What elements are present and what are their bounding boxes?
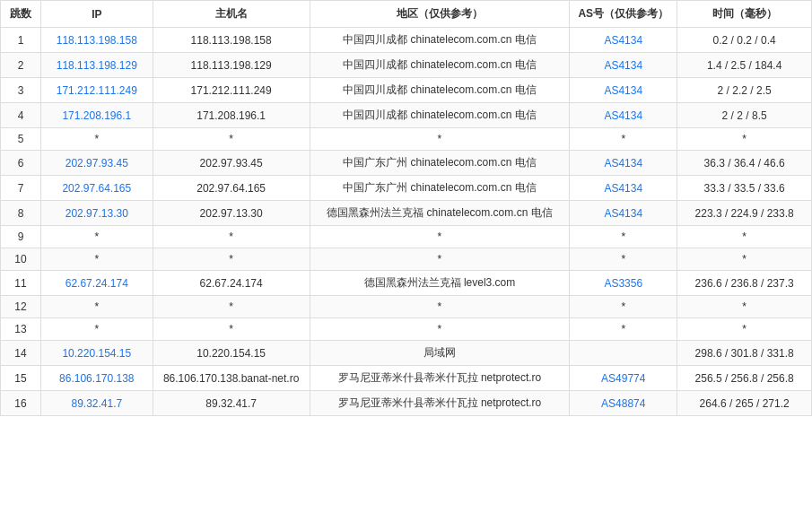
ip-link[interactable]: 171.212.111.249 <box>57 84 137 97</box>
cell-as: * <box>570 128 677 151</box>
cell-as <box>570 341 677 366</box>
table-header-row: 跳数 IP 主机名 地区（仅供参考） AS号（仅供参考） 时间（毫秒） <box>1 1 812 28</box>
cell-as[interactable]: AS4134 <box>570 151 677 176</box>
cell-ip[interactable]: 171.208.196.1 <box>40 103 153 128</box>
cell-ip[interactable]: 171.212.111.249 <box>40 78 153 103</box>
cell-as[interactable]: AS3356 <box>570 271 677 296</box>
as-link[interactable]: AS4134 <box>604 34 642 47</box>
cell-region: 局域网 <box>310 341 570 366</box>
cell-ip[interactable]: 86.106.170.138 <box>40 366 153 391</box>
traceroute-table: 跳数 IP 主机名 地区（仅供参考） AS号（仅供参考） 时间（毫秒） 1118… <box>0 0 812 416</box>
as-link[interactable]: AS3356 <box>604 277 642 290</box>
cell-ip[interactable]: 202.97.64.165 <box>40 176 153 201</box>
ip-link[interactable]: 10.220.154.15 <box>62 347 131 360</box>
ip-link[interactable]: 171.208.196.1 <box>62 109 131 122</box>
cell-time: 33.3 / 33.5 / 33.6 <box>677 176 812 201</box>
col-header-as: AS号（仅供参考） <box>570 1 677 28</box>
ip-link[interactable]: 89.32.41.7 <box>71 397 122 410</box>
cell-hop: 10 <box>1 248 41 271</box>
cell-ip[interactable]: 10.220.154.15 <box>40 341 153 366</box>
cell-as[interactable]: AS48874 <box>570 391 677 416</box>
cell-hostname: * <box>153 248 310 271</box>
cell-hostname: * <box>153 226 310 248</box>
cell-as[interactable]: AS49774 <box>570 366 677 391</box>
as-link[interactable]: AS49774 <box>601 372 645 385</box>
cell-hostname: 10.220.154.15 <box>153 341 310 366</box>
table-row: 7202.97.64.165202.97.64.165中国广东广州 chinat… <box>1 176 812 201</box>
cell-region: 德国黑森州法兰克福 chinatelecom.com.cn 电信 <box>310 201 570 226</box>
cell-hostname: * <box>153 318 310 341</box>
cell-time: * <box>677 318 812 341</box>
ip-link[interactable]: 202.97.93.45 <box>65 157 128 170</box>
cell-ip[interactable]: 118.113.198.158 <box>40 28 153 53</box>
col-header-ip: IP <box>40 1 153 28</box>
table-row: 5***** <box>1 128 812 151</box>
cell-hop: 9 <box>1 226 41 248</box>
table-row: 1162.67.24.17462.67.24.174德国黑森州法兰克福 leve… <box>1 271 812 296</box>
as-link[interactable]: AS4134 <box>604 59 642 72</box>
cell-ip[interactable]: 202.97.13.30 <box>40 201 153 226</box>
table-row: 3171.212.111.249171.212.111.249中国四川成都 ch… <box>1 78 812 103</box>
cell-ip: * <box>40 226 153 248</box>
cell-time: 2 / 2 / 8.5 <box>677 103 812 128</box>
cell-hop: 11 <box>1 271 41 296</box>
cell-hostname: 86.106.170.138.banat-net.ro <box>153 366 310 391</box>
ip-link[interactable]: 86.106.170.138 <box>59 372 134 385</box>
cell-region: 中国四川成都 chinatelecom.com.cn 电信 <box>310 78 570 103</box>
cell-hop: 15 <box>1 366 41 391</box>
as-link[interactable]: AS4134 <box>604 207 642 220</box>
col-header-hop: 跳数 <box>1 1 41 28</box>
cell-region: 中国四川成都 chinatelecom.com.cn 电信 <box>310 28 570 53</box>
table-row: 1118.113.198.158118.113.198.158中国四川成都 ch… <box>1 28 812 53</box>
ip-link[interactable]: 62.67.24.174 <box>65 277 128 290</box>
cell-hop: 7 <box>1 176 41 201</box>
table-row: 12***** <box>1 296 812 318</box>
as-link[interactable]: AS4134 <box>604 84 642 97</box>
cell-as[interactable]: AS4134 <box>570 103 677 128</box>
cell-region: 中国四川成都 chinatelecom.com.cn 电信 <box>310 103 570 128</box>
as-link[interactable]: AS48874 <box>601 397 645 410</box>
cell-ip[interactable]: 202.97.93.45 <box>40 151 153 176</box>
col-header-hostname: 主机名 <box>153 1 310 28</box>
col-header-region: 地区（仅供参考） <box>310 1 570 28</box>
cell-as[interactable]: AS4134 <box>570 53 677 78</box>
cell-time: * <box>677 248 812 271</box>
ip-link[interactable]: 202.97.64.165 <box>62 182 131 195</box>
cell-as: * <box>570 226 677 248</box>
cell-as: * <box>570 248 677 271</box>
table-row: 1586.106.170.13886.106.170.138.banat-net… <box>1 366 812 391</box>
cell-as[interactable]: AS4134 <box>570 201 677 226</box>
table-row: 10***** <box>1 248 812 271</box>
cell-time: 2 / 2.2 / 2.5 <box>677 78 812 103</box>
cell-hostname: 171.208.196.1 <box>153 103 310 128</box>
cell-hop: 13 <box>1 318 41 341</box>
cell-region: 德国黑森州法兰克福 level3.com <box>310 271 570 296</box>
as-link[interactable]: AS4134 <box>604 109 642 122</box>
cell-hop: 12 <box>1 296 41 318</box>
cell-region: * <box>310 248 570 271</box>
table-row: 1410.220.154.1510.220.154.15局域网298.6 / 3… <box>1 341 812 366</box>
cell-time: 236.6 / 236.8 / 237.3 <box>677 271 812 296</box>
ip-link[interactable]: 118.113.198.158 <box>57 34 137 47</box>
cell-hostname: 62.67.24.174 <box>153 271 310 296</box>
as-link[interactable]: AS4134 <box>604 182 642 195</box>
cell-hop: 5 <box>1 128 41 151</box>
cell-as[interactable]: AS4134 <box>570 176 677 201</box>
cell-time: 223.3 / 224.9 / 233.8 <box>677 201 812 226</box>
cell-hostname: 171.212.111.249 <box>153 78 310 103</box>
as-link[interactable]: AS4134 <box>604 157 642 170</box>
cell-ip[interactable]: 118.113.198.129 <box>40 53 153 78</box>
ip-link[interactable]: 202.97.13.30 <box>65 207 128 220</box>
cell-as[interactable]: AS4134 <box>570 28 677 53</box>
cell-ip: * <box>40 296 153 318</box>
cell-ip[interactable]: 62.67.24.174 <box>40 271 153 296</box>
cell-as[interactable]: AS4134 <box>570 78 677 103</box>
cell-region: 中国广东广州 chinatelecom.com.cn 电信 <box>310 151 570 176</box>
cell-ip[interactable]: 89.32.41.7 <box>40 391 153 416</box>
cell-hop: 14 <box>1 341 41 366</box>
cell-hop: 1 <box>1 28 41 53</box>
cell-region: 中国四川成都 chinatelecom.com.cn 电信 <box>310 53 570 78</box>
ip-link[interactable]: 118.113.198.129 <box>57 59 137 72</box>
cell-time: 298.6 / 301.8 / 331.8 <box>677 341 812 366</box>
cell-hostname: 118.113.198.158 <box>153 28 310 53</box>
